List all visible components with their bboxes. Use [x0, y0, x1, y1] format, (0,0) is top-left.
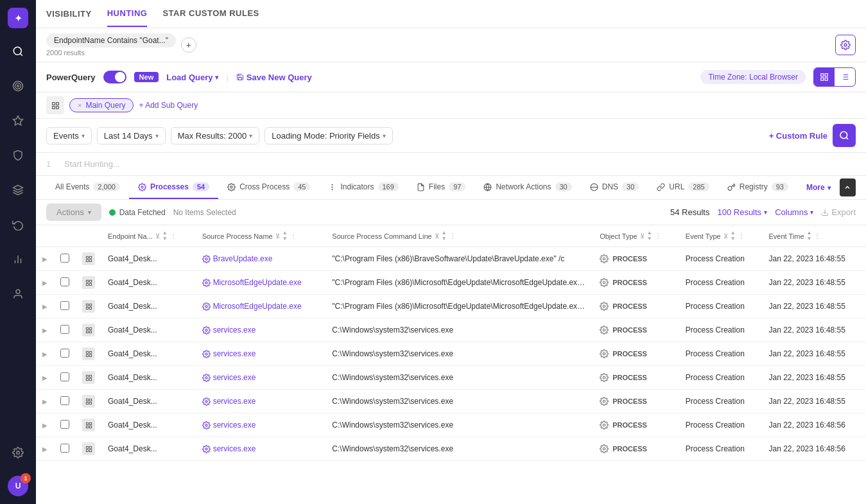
col-event-time[interactable]: Event Time ▲▼ ⋮	[763, 225, 866, 247]
col-source-cmd[interactable]: Source Process Command Line ⊻ ▲▼ ⋮	[325, 225, 593, 247]
tab-all-events[interactable]: All Events 2,000	[46, 176, 129, 199]
tab-dns[interactable]: DNS 30	[581, 176, 648, 199]
grid-icon[interactable]	[46, 96, 64, 114]
row-checkbox-6[interactable]	[54, 390, 76, 413]
row-expand-4[interactable]: ▶	[36, 342, 54, 366]
query-input[interactable]	[64, 159, 856, 169]
cmd-more-icon[interactable]: ⋮	[449, 232, 456, 239]
cmd-filter-icon[interactable]: ⊻	[435, 232, 439, 239]
row-expand-3[interactable]: ▶	[36, 318, 54, 342]
columns-button[interactable]: Columns ▾	[775, 207, 813, 217]
tab-indicators[interactable]: Indicators 169	[319, 176, 407, 199]
query-pill[interactable]: EndpointName Contains "Goat..."	[46, 33, 176, 48]
row-expand-5[interactable]: ▶	[36, 366, 54, 390]
endpoint-filter-icon[interactable]: ⊻	[155, 232, 160, 239]
loading-mode-dropdown[interactable]: Loading Mode: Priority Fields ▾	[264, 127, 392, 144]
row-endpoint-5: Goat4_Desk...	[101, 366, 196, 390]
time-sort-icon[interactable]: ▲▼	[807, 230, 812, 241]
tab-registry[interactable]: Registry 93	[718, 176, 797, 199]
source-more-icon[interactable]: ⋮	[290, 232, 297, 239]
save-query-button[interactable]: Save New Query	[236, 73, 312, 82]
user-avatar[interactable]: U 1	[8, 476, 28, 496]
search-button[interactable]	[833, 124, 856, 147]
row-source-process-3[interactable]: services.exe	[196, 318, 326, 342]
sidebar-icon-settings[interactable]	[6, 441, 30, 464]
settings-button[interactable]	[835, 35, 856, 55]
main-query-close[interactable]: ×	[78, 101, 82, 109]
col-endpoint[interactable]: Endpoint Na... ⊻ ▲▼ ⋮	[101, 225, 196, 247]
row-source-process-8[interactable]: services.exe	[196, 437, 326, 461]
row-expand-1[interactable]: ▶	[36, 271, 54, 295]
col-source-process[interactable]: Source Process Name ⊻ ▲▼ ⋮	[196, 225, 326, 247]
evt-sort-icon[interactable]: ▲▼	[731, 230, 736, 241]
row-checkbox-4[interactable]	[54, 342, 76, 366]
custom-rule-button[interactable]: + Custom Rule	[769, 131, 827, 141]
tab-files[interactable]: Files 97	[408, 176, 475, 199]
obj-more-icon[interactable]: ⋮	[655, 232, 661, 239]
grid-view-button[interactable]	[814, 68, 835, 86]
row-expand-7[interactable]: ▶	[36, 413, 54, 437]
row-source-process-6[interactable]: services.exe	[196, 390, 326, 413]
source-filter-icon[interactable]: ⊻	[275, 232, 280, 239]
source-sort-icon[interactable]: ▲▼	[282, 230, 288, 241]
row-source-process-2[interactable]: MicrosoftEdgeUpdate.exe	[196, 295, 326, 318]
timezone-button[interactable]: Time Zone: Local Browser	[700, 70, 806, 84]
load-query-button[interactable]: Load Query ▾	[166, 73, 218, 82]
sidebar-icon-shield[interactable]	[6, 144, 30, 167]
sidebar-icon-radar[interactable]	[6, 74, 30, 98]
row-checkbox-2[interactable]	[54, 295, 76, 318]
row-checkbox-8[interactable]	[54, 437, 76, 461]
add-sub-query-button[interactable]: + Add Sub Query	[139, 101, 198, 110]
row-source-process-4[interactable]: services.exe	[196, 342, 326, 366]
collapse-button[interactable]	[840, 178, 856, 196]
tab-network-actions[interactable]: Network Actions 30	[474, 176, 580, 199]
tab-more[interactable]: More ▾	[797, 177, 840, 198]
events-dropdown[interactable]: Events ▾	[46, 127, 92, 144]
tab-url[interactable]: URL 285	[648, 176, 718, 199]
row-expand-8[interactable]: ▶	[36, 437, 54, 461]
row-source-process-5[interactable]: services.exe	[196, 366, 326, 390]
row-checkbox-1[interactable]	[54, 271, 76, 295]
obj-sort-icon[interactable]: ▲▼	[647, 230, 652, 241]
tab-cross-process[interactable]: Cross Process 45	[218, 176, 319, 199]
cmd-sort-icon[interactable]: ▲▼	[442, 230, 447, 241]
main-query-tab[interactable]: × Main Query	[69, 98, 134, 112]
tab-processes[interactable]: Processes 54	[129, 176, 218, 199]
row-source-process-7[interactable]: services.exe	[196, 413, 326, 437]
add-query-button[interactable]: +	[181, 37, 196, 53]
evt-more-icon[interactable]: ⋮	[738, 232, 745, 239]
sidebar-icon-chart[interactable]	[6, 248, 30, 271]
endpoint-sort-icon[interactable]: ▲▼	[162, 230, 168, 241]
row-checkbox-3[interactable]	[54, 318, 76, 342]
sidebar-icon-star[interactable]	[6, 109, 30, 132]
row-expand-0[interactable]: ▶	[36, 247, 54, 271]
row-source-process-0[interactable]: BraveUpdate.exe	[196, 247, 326, 271]
sidebar-icon-search[interactable]	[6, 40, 30, 63]
max-results-dropdown[interactable]: Max Results: 2000 ▾	[171, 127, 260, 144]
evt-filter-icon[interactable]: ⊻	[723, 232, 728, 239]
row-expand-6[interactable]: ▶	[36, 390, 54, 413]
svg-point-61	[205, 329, 207, 331]
actions-button[interactable]: Actions ▾	[46, 204, 101, 221]
col-event-type[interactable]: Event Type ⊻ ▲▼ ⋮	[679, 225, 763, 247]
row-event-type-2: Process Creation	[679, 295, 763, 318]
sidebar-icon-refresh[interactable]	[6, 213, 30, 236]
sidebar-icon-layers[interactable]	[6, 178, 30, 202]
row-checkbox-7[interactable]	[54, 413, 76, 437]
time-more-icon[interactable]: ⋮	[814, 232, 820, 239]
tab-star-custom-rules[interactable]: STAR CUSTOM RULES	[162, 1, 259, 27]
endpoint-more-icon[interactable]: ⋮	[170, 232, 177, 239]
row-checkbox-5[interactable]	[54, 366, 76, 390]
export-button[interactable]: Export	[821, 207, 856, 217]
list-view-button[interactable]	[835, 68, 855, 86]
col-object-type[interactable]: Object Type ⊻ ▲▼ ⋮	[593, 225, 679, 247]
sidebar-icon-person[interactable]	[6, 282, 30, 306]
row-expand-2[interactable]: ▶	[36, 295, 54, 318]
row-source-process-1[interactable]: MicrosoftEdgeUpdate.exe	[196, 271, 326, 295]
row-checkbox-0[interactable]	[54, 247, 76, 271]
powerquery-toggle[interactable]	[103, 71, 126, 83]
results-per-page-dropdown[interactable]: 100 Results ▾	[717, 207, 767, 217]
date-range-dropdown[interactable]: Last 14 Days ▾	[97, 127, 166, 144]
tab-hunting[interactable]: HUNTING	[107, 1, 148, 27]
obj-filter-icon[interactable]: ⊻	[640, 232, 645, 239]
